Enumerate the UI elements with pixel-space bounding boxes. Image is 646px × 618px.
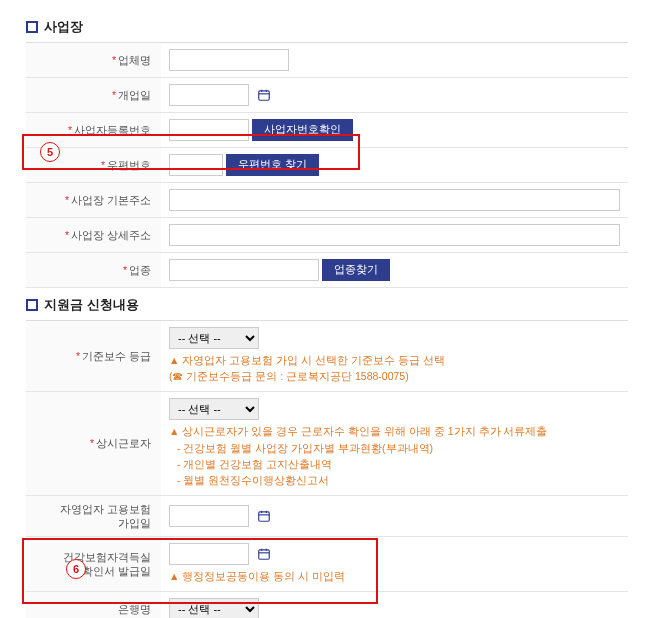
label-open-date: *개업일 bbox=[26, 78, 161, 113]
section-title-text: 지원금 신청내용 bbox=[44, 296, 139, 314]
svg-rect-8 bbox=[259, 550, 270, 559]
warning-icon: ▲ bbox=[169, 354, 179, 366]
label-company-name: *업체명 bbox=[26, 43, 161, 78]
label-grade: *기준보수 등급 bbox=[26, 321, 161, 392]
section-title-workplace: 사업장 bbox=[26, 18, 628, 36]
find-industry-button[interactable]: 업종찾기 bbox=[322, 259, 390, 281]
help-grade: ▲자영업자 고용보험 가입 시 선택한 기준보수 등급 선택 (☎ 기준보수등급… bbox=[169, 353, 620, 385]
help-workers-item: 개인별 건강보험 고지산출내역 bbox=[177, 457, 620, 473]
label-self-emp-ins: 자영업자 고용보험 가입일 bbox=[26, 495, 161, 536]
help-workers: ▲상시근로자가 있을 경우 근로자수 확인을 위해 아래 중 1가지 추가 서류… bbox=[169, 424, 620, 489]
label-postal-code: *우편번호 bbox=[26, 148, 161, 183]
select-bank[interactable]: -- 선택 -- bbox=[169, 598, 259, 618]
warning-icon: ▲ bbox=[169, 425, 179, 437]
svg-rect-0 bbox=[259, 91, 270, 100]
label-detail-addr: *사업장 상세주소 bbox=[26, 218, 161, 253]
help-workers-item: 건강보험 월별 사업장 가입자별 부과현황(부과내역) bbox=[177, 441, 620, 457]
input-company-name[interactable] bbox=[169, 49, 289, 71]
label-base-addr: *사업장 기본주소 bbox=[26, 183, 161, 218]
select-grade[interactable]: -- 선택 -- bbox=[169, 327, 259, 349]
input-self-emp-ins-date[interactable] bbox=[169, 505, 249, 527]
input-open-date[interactable] bbox=[169, 84, 249, 106]
svg-rect-4 bbox=[259, 512, 270, 521]
workplace-form: *업체명 *개업일 *사업자등록번호 사업자번호확인 *우편번호 우편번호 찾기… bbox=[26, 42, 628, 288]
help-health-ins: ▲행정정보공동이용 동의 시 미입력 bbox=[169, 569, 620, 585]
select-workers[interactable]: -- 선택 -- bbox=[169, 398, 259, 420]
calendar-icon[interactable] bbox=[254, 506, 274, 526]
label-bank: 은행명 bbox=[26, 591, 161, 618]
calendar-icon[interactable] bbox=[254, 85, 274, 105]
label-health-ins: 건강보험자격득실 확인서 발급일 bbox=[26, 536, 161, 591]
help-workers-item: 월별 원천징수이행상황신고서 bbox=[177, 473, 620, 489]
label-workers: *상시근로자 bbox=[26, 391, 161, 495]
application-form: *기준보수 등급 -- 선택 -- ▲자영업자 고용보험 가입 시 선택한 기준… bbox=[26, 320, 628, 618]
input-biz-reg-no[interactable] bbox=[169, 119, 249, 141]
find-postal-code-button[interactable]: 우편번호 찾기 bbox=[226, 154, 319, 176]
label-biz-reg-no: *사업자등록번호 bbox=[26, 113, 161, 148]
input-industry[interactable] bbox=[169, 259, 319, 281]
input-detail-addr[interactable] bbox=[169, 224, 620, 246]
section-title-application: 지원금 신청내용 bbox=[26, 296, 628, 314]
label-industry: *업종 bbox=[26, 253, 161, 288]
input-health-ins-date[interactable] bbox=[169, 543, 249, 565]
warning-icon: ▲ bbox=[169, 570, 179, 582]
input-postal-code[interactable] bbox=[169, 154, 223, 176]
section-title-text: 사업장 bbox=[44, 18, 83, 36]
input-base-addr[interactable] bbox=[169, 189, 620, 211]
verify-biz-reg-no-button[interactable]: 사업자번호확인 bbox=[252, 119, 353, 141]
calendar-icon[interactable] bbox=[254, 544, 274, 564]
